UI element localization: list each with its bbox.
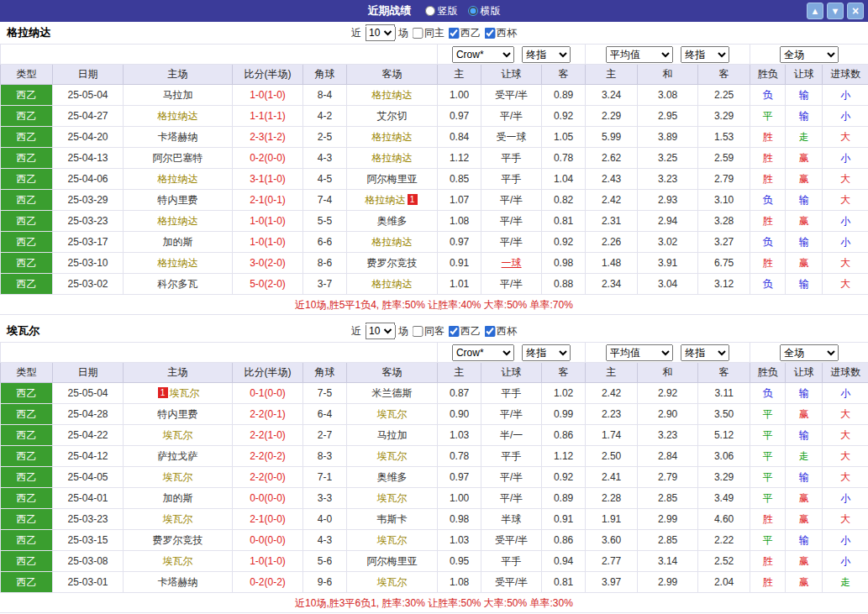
odds-company-select[interactable]: Crow* [452,46,514,63]
match-row: 西乙25-04-28特内里费2-2(0-1)6-4埃瓦尔0.90平/半0.992… [1,404,868,425]
avg-away-cell: 3.10 [698,190,750,211]
league-cell: 西乙 [1,85,53,106]
goals-result-cell: 小 [823,106,868,127]
team-name: 格拉纳达 [158,110,198,122]
handicap-cell: 平手 [481,446,542,467]
column-header-row: 类型 日期 主场 比分(半场) 角球 客场 主 让球 客 主 和 客 胜负 让球… [1,363,868,383]
match-count-select[interactable]: 10 [365,24,395,41]
avg-home-cell: 5.99 [586,127,638,148]
filter-row: 埃瓦尔 近 10 场 同客 西乙 西杯 [0,320,868,342]
score-cell: 3-0(2-0) [233,253,303,274]
corners-cell: 9-6 [303,572,347,593]
avg-away-cell: 3.50 [698,404,750,425]
score-cell: 0-0(0-0) [233,530,303,551]
result-cell: 胜 [750,253,786,274]
home-odds-cell: 0.84 [438,127,481,148]
odds-stage-select[interactable]: 终指 [522,46,571,63]
league-cell: 西乙 [1,274,53,295]
avg-draw-cell: 2.93 [638,190,698,211]
match-row: 西乙25-03-17加的斯1-0(1-0)6-6格拉纳达0.97平/半0.922… [1,232,868,253]
avg-draw-cell: 2.85 [638,488,698,509]
team-name: 费罗尔竞技 [367,257,418,269]
avg-draw-cell: 2.94 [638,211,698,232]
home-team-cell: 埃瓦尔 [124,551,233,572]
corners-cell: 4-2 [303,106,347,127]
team-name: 阿尔梅里亚 [367,555,418,567]
league-cell: 西乙 [1,446,53,467]
odds-company-select[interactable]: Crow* [452,344,514,361]
away-odds-cell: 0.92 [542,232,586,253]
checkbox-cup[interactable]: 西杯 [484,26,517,40]
cup-checkbox[interactable] [484,28,495,39]
match-row: 西乙25-05-041埃瓦尔0-1(0-0)7-5米兰德斯0.87平手1.022… [1,383,868,404]
corners-cell: 3-7 [303,274,347,295]
cup-checkbox[interactable] [484,326,495,337]
handicap-result-cell: 输 [786,232,823,253]
close-button[interactable]: × [847,3,864,19]
same-away-checkbox[interactable] [412,326,423,337]
team-name: 格拉纳达 [158,257,198,269]
league-checkbox[interactable] [448,326,459,337]
home-odds-cell: 1.12 [438,148,481,169]
handicap-cell: 平手 [481,148,542,169]
league-checkbox[interactable] [448,28,459,39]
avg-draw-cell: 3.23 [638,169,698,190]
corners-cell: 3-3 [303,488,347,509]
team-name: 格拉纳达 [372,152,413,164]
scope-header: 全场 [750,45,868,65]
horizontal-radio[interactable] [468,6,478,16]
league-cell: 西乙 [1,106,53,127]
corners-cell: 5-5 [303,211,347,232]
same-home-checkbox[interactable] [412,28,423,39]
average-stage-select[interactable]: 终指 [681,344,729,361]
away-odds-cell: 0.81 [542,211,586,232]
away-team-cell: 格拉纳达 [347,274,438,295]
checkbox-cup[interactable]: 西杯 [484,324,517,338]
move-up-button[interactable]: ▲ [807,3,823,19]
average-stage-select[interactable]: 终指 [681,46,729,63]
col-avg-away: 客 [698,363,750,383]
match-row: 西乙25-03-02科尔多瓦5-0(2-0)3-7格拉纳达1.01平/半0.88… [1,274,868,295]
home-odds-cell: 0.90 [438,404,481,425]
average-select[interactable]: 平均值 [606,46,673,63]
home-odds-cell: 1.07 [438,190,481,211]
date-cell: 25-04-05 [53,467,124,488]
handicap-result-cell: 走 [786,127,823,148]
corners-cell: 4-3 [303,530,347,551]
away-team-cell: 阿尔梅里亚 [347,169,438,190]
match-count-select[interactable]: 10 [365,323,395,339]
checkbox-league[interactable]: 西乙 [448,324,481,338]
col-handicap: 让球 [481,363,542,383]
scope-select[interactable]: 全场 [780,46,839,63]
average-select[interactable]: 平均值 [606,344,673,361]
match-row: 西乙25-04-12萨拉戈萨2-2(0-2)8-3埃瓦尔0.78平手1.122.… [1,446,868,467]
match-row: 西乙25-04-06格拉纳达3-1(1-0)4-5阿尔梅里亚0.85平手1.04… [1,169,868,190]
checkbox-league[interactable]: 西乙 [448,26,481,40]
col-score: 比分(半场) [233,363,303,383]
col-avg-home: 主 [586,363,638,383]
handicap-result-cell: 走 [786,446,823,467]
handicap-result-cell: 赢 [786,488,823,509]
team-name: 埃瓦尔 [377,408,408,420]
odds-stage-select[interactable]: 终指 [522,344,571,361]
layout-option-horizontal[interactable]: 横版 [468,4,501,18]
away-odds-cell: 1.04 [542,169,586,190]
vertical-radio[interactable] [425,6,435,16]
avg-home-cell: 2.34 [586,274,638,295]
move-down-button[interactable]: ▼ [827,3,844,19]
layout-option-vertical[interactable]: 竖版 [425,4,458,18]
checkbox-same-away[interactable]: 同客 [412,324,445,338]
col-type: 类型 [1,363,53,383]
col-avg-away: 客 [698,65,750,85]
home-odds-cell: 0.97 [438,106,481,127]
date-cell: 25-03-10 [53,253,124,274]
scope-select[interactable]: 全场 [780,344,839,361]
away-odds-cell: 0.89 [542,85,586,106]
league-cell: 西乙 [1,232,53,253]
team-name: 马拉加 [163,89,193,101]
col-type: 类型 [1,65,53,85]
team-name: 埃瓦尔 [170,387,200,399]
checkbox-same-home[interactable]: 同主 [412,26,445,40]
away-odds-cell: 0.92 [542,467,586,488]
horizontal-radio-label: 横版 [481,4,501,18]
